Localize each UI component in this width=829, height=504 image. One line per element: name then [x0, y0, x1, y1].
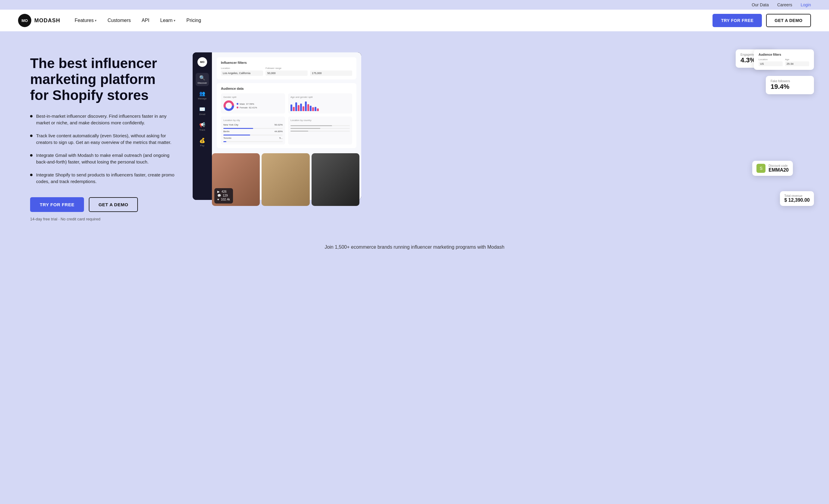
- pay-icon: 💰: [199, 138, 205, 143]
- follower-min-filter: Follower range 50,000: [265, 67, 308, 76]
- dashboard-container: MO 🔍 Discover 👥 Manage ✉️ Email 📢: [193, 49, 811, 206]
- audience-filters-title: Audience filters: [759, 53, 809, 56]
- heart-icon: ♥: [217, 198, 219, 201]
- gender-labels: Male 37.59% Female 62.41%: [237, 103, 257, 109]
- nav-customers[interactable]: Customers: [107, 18, 131, 23]
- location-city-card: Location by city New York City 50.02% Be…: [221, 116, 285, 145]
- metric-row: ▶ 426: [217, 190, 230, 193]
- list-item: Integrate Gmail with Modash to make emai…: [30, 152, 175, 166]
- female-dot: [237, 107, 239, 108]
- logo-text: MODASH: [34, 17, 60, 24]
- bullet-icon: [30, 154, 33, 156]
- bar-chart: [290, 100, 350, 111]
- revenue-value: $ 12,390.00: [784, 197, 810, 203]
- hero-title: The best influencer marketing platform f…: [30, 56, 175, 103]
- search-icon: 🔍: [199, 75, 205, 81]
- sidebar-item-manage[interactable]: 👥 Manage: [196, 88, 209, 102]
- gender-split-visual: Male 37.59% Female 62.41%: [223, 100, 283, 111]
- get-demo-button[interactable]: GET A DEMO: [766, 14, 811, 27]
- try-free-button[interactable]: TRY FOR FREE: [713, 14, 762, 27]
- sidebar-item-track[interactable]: 📢 Track: [196, 120, 209, 133]
- nav-features[interactable]: Features ▾: [75, 18, 97, 23]
- bottom-text: Join 1,500+ ecommerce brands running inf…: [324, 245, 504, 250]
- af-age-field: Age 25-34: [785, 58, 809, 66]
- metrics-overlay: ▶ 426 💬 129 ♥ 102.4k: [214, 188, 233, 204]
- gender-split-card: Gender split Male: [221, 93, 285, 113]
- login-link[interactable]: Login: [801, 2, 811, 7]
- metric-row: 💬 129: [217, 194, 230, 197]
- hero-get-demo-button[interactable]: GET A DEMO: [89, 197, 138, 212]
- bullet-icon: [30, 135, 33, 137]
- influencer-image-2: [261, 153, 310, 206]
- nav-pricing[interactable]: Pricing: [186, 18, 201, 23]
- revenue-card: Total revenue $ 12,390.00: [780, 191, 814, 206]
- hero-try-free-button[interactable]: TRY FOR FREE: [30, 197, 84, 212]
- follower-max-filter: 175,000: [310, 67, 352, 76]
- chevron-down-icon: ▾: [95, 19, 97, 23]
- influencer-image-1: ▶ 426 💬 129 ♥ 102.4k: [212, 153, 260, 206]
- af-location-field: Location US: [759, 58, 783, 66]
- track-icon: 📢: [199, 122, 205, 128]
- male-label: Male 37.59%: [237, 103, 257, 105]
- our-data-link[interactable]: Our Data: [752, 2, 769, 7]
- logo-icon: MO: [18, 14, 31, 27]
- hero-section: The best influencer marketing platform f…: [0, 31, 829, 236]
- play-icon: ▶: [217, 190, 220, 193]
- logo-area[interactable]: MO MODASH: [18, 14, 60, 27]
- location-rows: New York City 50.02% Berlin 44.89%: [223, 123, 283, 142]
- chevron-down-icon: ▾: [174, 19, 176, 23]
- male-dot: [237, 103, 239, 105]
- audience-section: Audience data Gender split: [217, 83, 356, 148]
- hero-cta: TRY FOR FREE GET A DEMO: [30, 197, 175, 212]
- hero-right: MO 🔍 Discover 👥 Manage ✉️ Email 📢: [193, 49, 811, 212]
- nav-api[interactable]: API: [142, 18, 150, 23]
- metric-row: ♥ 102.4k: [217, 198, 230, 201]
- sidebar-item-discover[interactable]: 🔍 Discover: [196, 73, 209, 86]
- trial-note: 14-day free trial · No credit card requi…: [30, 217, 175, 221]
- influencer-image-3: [312, 153, 359, 206]
- top-bar: Our Data Careers Login: [0, 0, 829, 10]
- email-icon: ✉️: [199, 106, 205, 112]
- filter-row: Location Los Angeles, California Followe…: [221, 67, 352, 76]
- location-row: New York City 50.02%: [223, 123, 283, 126]
- navbar: MO MODASH Features ▾ Customers API Learn…: [0, 10, 829, 31]
- country-rows: [290, 123, 350, 132]
- fake-followers-value: 19.4%: [770, 83, 809, 91]
- revenue-label: Total revenue: [784, 194, 810, 197]
- influencer-filters: Influencer filters Location Los Angeles,…: [217, 57, 356, 79]
- sidebar-item-email[interactable]: ✉️ Email: [196, 104, 209, 117]
- images-strip: ▶ 426 💬 129 ♥ 102.4k: [212, 153, 359, 206]
- list-item: Track live content automatically (even S…: [30, 133, 175, 146]
- list-item: Best-in-market influencer discovery. Fin…: [30, 113, 175, 127]
- location-country-card: Location by country: [288, 116, 352, 145]
- list-item: Integrate Shopify to send products to in…: [30, 172, 175, 185]
- discount-texts: Discount code EMMA20: [768, 164, 789, 173]
- bullet-icon: [30, 115, 33, 117]
- audience-title: Audience data: [221, 87, 352, 90]
- sidebar-item-pay[interactable]: 💰 Pay: [196, 136, 209, 149]
- fake-followers-card: Fake followers 19.4%: [766, 76, 814, 94]
- sidebar-nav: MO 🔍 Discover 👥 Manage ✉️ Email 📢: [193, 52, 212, 200]
- hero-bullets: Best-in-market influencer discovery. Fin…: [30, 113, 175, 185]
- fake-followers-label: Fake followers: [770, 79, 809, 83]
- discount-code-card: S Discount code EMMA20: [752, 161, 793, 176]
- bullet-icon: [30, 174, 33, 176]
- manage-icon: 👥: [199, 91, 205, 96]
- comment-icon: 💬: [217, 194, 221, 197]
- shopify-icon: S: [756, 164, 765, 173]
- location-filter: Location Los Angeles, California: [221, 67, 263, 76]
- careers-link[interactable]: Careers: [777, 2, 792, 7]
- sidebar-logo: MO: [197, 57, 207, 67]
- nav-buttons: TRY FOR FREE GET A DEMO: [713, 14, 811, 27]
- age-gender-card: Age and gender split: [288, 93, 352, 113]
- nav-links: Features ▾ Customers API Learn ▾ Pricing: [75, 18, 713, 23]
- location-row: Berlin 44.89%: [223, 130, 283, 133]
- filter-title: Influencer filters: [221, 61, 352, 65]
- bottom-bar: Join 1,500+ ecommerce brands running inf…: [0, 236, 829, 258]
- female-label: Female 62.41%: [237, 106, 257, 109]
- nav-learn[interactable]: Learn ▾: [160, 18, 176, 23]
- audience-grid: Gender split Male: [221, 93, 352, 145]
- audience-filters-row: Location US Age 25-34: [759, 58, 809, 66]
- location-row: Toronto 5...: [223, 137, 283, 139]
- audience-filters-card: Audience filters Location US Age 25-34: [754, 49, 814, 70]
